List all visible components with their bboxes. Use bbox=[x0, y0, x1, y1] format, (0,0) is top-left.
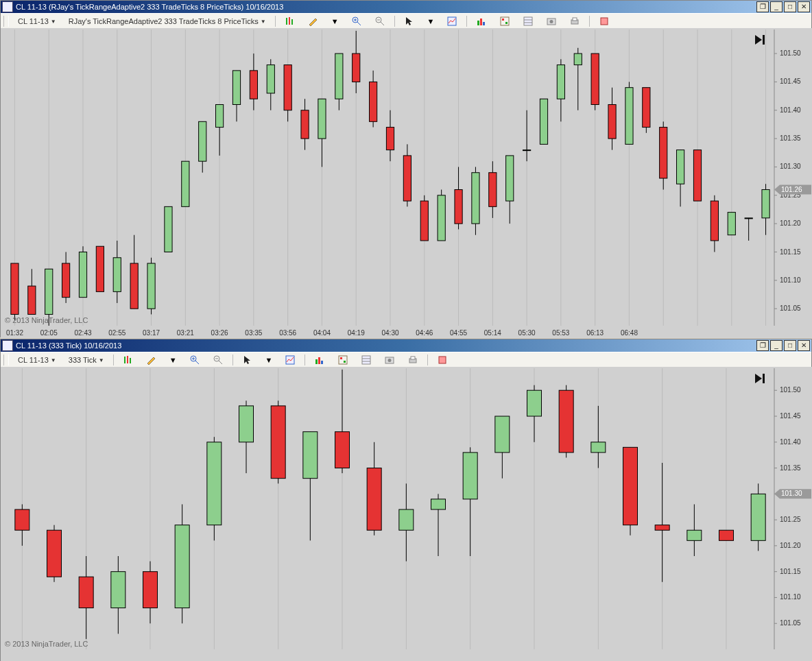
x-tick-label: 03:56 bbox=[279, 329, 296, 337]
candle bbox=[420, 201, 428, 241]
bars-style-button[interactable] bbox=[280, 14, 300, 28]
candle bbox=[130, 263, 138, 309]
indicators-button[interactable] bbox=[471, 14, 492, 28]
candlestick-chart[interactable]: 01:3202:0502:4302:5503:1703:2103:2603:35… bbox=[1, 28, 812, 338]
minimize-button[interactable]: _ bbox=[770, 340, 783, 351]
properties-button[interactable] bbox=[518, 14, 538, 28]
svg-rect-24 bbox=[601, 18, 608, 25]
window-linker-button[interactable] bbox=[594, 14, 614, 28]
interval-dropdown[interactable]: RJay's TickRangeAdaptive2 333 TradeTicks… bbox=[64, 14, 271, 28]
toolbar-grip[interactable] bbox=[3, 354, 9, 365]
bars-style-button[interactable] bbox=[118, 353, 139, 367]
svg-rect-14 bbox=[501, 17, 509, 25]
x-tick-label: 03:21 bbox=[177, 329, 194, 337]
bars-style-button-icon bbox=[285, 16, 296, 27]
svg-rect-17 bbox=[524, 17, 532, 25]
data-series-button[interactable] bbox=[442, 14, 462, 28]
candle bbox=[335, 432, 350, 468]
svg-rect-11 bbox=[477, 21, 479, 25]
cursor-dropdown[interactable]: ▼ bbox=[422, 14, 440, 28]
maximize-button[interactable]: □ bbox=[784, 340, 796, 351]
svg-point-21 bbox=[550, 20, 553, 23]
snapshot-button[interactable] bbox=[541, 14, 562, 28]
svg-rect-108 bbox=[130, 358, 131, 363]
last-price-label: 101.26 bbox=[781, 186, 802, 193]
zoom-in-button[interactable] bbox=[184, 353, 205, 367]
draw-dropdown[interactable]: ▼ bbox=[326, 14, 344, 28]
candle bbox=[540, 99, 547, 144]
svg-rect-13 bbox=[483, 22, 485, 25]
x-tick-label: 04:55 bbox=[450, 329, 467, 337]
x-tick-label: 04:19 bbox=[348, 329, 365, 337]
instrument-label: CL 11-13 bbox=[18, 17, 49, 25]
y-tick-label: 101.20 bbox=[780, 219, 801, 227]
candle bbox=[175, 525, 189, 608]
maximize-button[interactable]: □ bbox=[784, 1, 796, 12]
svg-rect-105 bbox=[763, 35, 765, 45]
chart-area[interactable]: 01:3202:0502:4302:5503:1703:2103:2603:35… bbox=[1, 28, 811, 337]
properties-button[interactable] bbox=[356, 353, 377, 367]
indicators-button[interactable] bbox=[309, 353, 330, 367]
y-tick-label: 101.30 bbox=[780, 163, 801, 170]
instrument-dropdown[interactable]: CL 11-13▼ bbox=[13, 14, 61, 28]
zoom-in-button-icon bbox=[189, 354, 200, 365]
candle bbox=[62, 263, 70, 298]
draw-dropdown[interactable]: ▼ bbox=[165, 353, 182, 367]
interval-dropdown[interactable]: 333 Tick▼ bbox=[64, 353, 109, 367]
candle bbox=[239, 406, 254, 442]
candle bbox=[207, 442, 222, 525]
candle bbox=[719, 530, 734, 540]
print-button[interactable] bbox=[564, 14, 585, 28]
window-title: CL 11-13 (RJay's TickRangeAdaptive2 333 … bbox=[16, 3, 283, 11]
svg-rect-117 bbox=[315, 359, 318, 364]
title-bar[interactable]: CL 11-13 (333 Tick) 10/16/2013❐_□✕ bbox=[1, 339, 811, 352]
candle bbox=[367, 468, 381, 531]
cursor-dropdown[interactable]: ▼ bbox=[261, 353, 278, 367]
cursor-button[interactable] bbox=[237, 353, 258, 367]
svg-rect-119 bbox=[321, 361, 323, 364]
y-tick-label: 101.40 bbox=[780, 106, 801, 114]
window-linker-button-icon bbox=[599, 16, 610, 27]
candle bbox=[267, 65, 274, 93]
candle bbox=[687, 530, 702, 540]
strategies-button-icon bbox=[337, 354, 348, 365]
zoom-in-button-icon bbox=[351, 16, 362, 27]
candlestick-chart[interactable]: 101.05101.10101.15101.20101.25101.30101.… bbox=[1, 367, 812, 661]
snapshot-button[interactable] bbox=[379, 353, 400, 367]
instrument-dropdown[interactable]: CL 11-13▼ bbox=[13, 353, 61, 367]
toolbar-grip[interactable] bbox=[3, 16, 9, 27]
zoom-out-button[interactable] bbox=[370, 14, 390, 28]
cursor-button-icon bbox=[404, 16, 415, 27]
draw-pencil-button[interactable] bbox=[141, 353, 162, 367]
draw-pencil-button[interactable] bbox=[303, 14, 324, 28]
cursor-button-icon bbox=[242, 354, 253, 365]
chart-panel-top: CL 11-13 (RJay's TickRangeAdaptive2 333 … bbox=[0, 0, 812, 337]
svg-rect-120 bbox=[339, 356, 347, 364]
svg-rect-121 bbox=[340, 357, 342, 359]
close-button[interactable]: ✕ bbox=[798, 340, 810, 351]
candle bbox=[232, 71, 240, 105]
minimize-button[interactable]: _ bbox=[770, 1, 783, 12]
tab-button[interactable]: ❐ bbox=[756, 340, 769, 351]
x-tick-label: 03:35 bbox=[245, 329, 262, 337]
window-linker-button[interactable] bbox=[432, 353, 453, 367]
candle bbox=[386, 128, 394, 150]
zoom-in-button[interactable] bbox=[346, 14, 367, 28]
data-series-button[interactable] bbox=[280, 353, 300, 367]
title-bar[interactable]: CL 11-13 (RJay's TickRangeAdaptive2 333 … bbox=[1, 1, 811, 13]
svg-rect-1 bbox=[289, 17, 290, 25]
cursor-button[interactable] bbox=[399, 14, 420, 28]
tab-button[interactable]: ❐ bbox=[756, 1, 769, 12]
chart-area[interactable]: 101.05101.10101.15101.20101.25101.30101.… bbox=[1, 367, 811, 660]
indicators-button-icon bbox=[476, 16, 487, 27]
interval-label: RJay's TickRangeAdaptive2 333 TradeTicks… bbox=[69, 17, 259, 25]
strategies-button[interactable] bbox=[333, 353, 353, 367]
candle bbox=[318, 99, 326, 139]
close-button[interactable]: ✕ bbox=[798, 1, 810, 12]
y-tick-label: 101.50 bbox=[780, 49, 801, 57]
candle bbox=[438, 195, 445, 241]
zoom-out-button[interactable] bbox=[208, 353, 228, 367]
candle bbox=[506, 156, 514, 201]
print-button[interactable] bbox=[403, 353, 423, 367]
strategies-button[interactable] bbox=[494, 14, 515, 28]
